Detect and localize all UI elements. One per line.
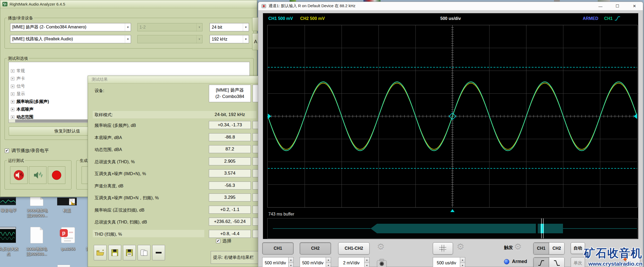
rmaa-titlebar[interactable]: RightMark Audio Analyzer 6.4.5	[0, 0, 257, 8]
spin-up-icon[interactable]: ▲	[460, 257, 465, 263]
desktop-icon-noise-level[interactable]	[0, 196, 16, 205]
result-row-label: 频率响应 (正弦波扫描), dB	[95, 208, 145, 213]
run-tests-label: 运行测试	[7, 158, 25, 163]
remove-result-button[interactable]	[152, 245, 165, 260]
partial-button[interactable]	[626, 256, 640, 267]
tree-item-noise-floor[interactable]: +本底噪声	[11, 107, 33, 112]
spin-down-icon[interactable]: ▼	[289, 263, 293, 267]
save-as-button[interactable]	[123, 245, 136, 260]
chevron-down-icon[interactable]: ▼	[243, 23, 249, 31]
chevron-down-icon[interactable]: ▼	[125, 35, 131, 43]
ch2-button-label: CH2	[311, 246, 320, 251]
trigger-source-readout: CH1	[604, 16, 613, 21]
results-dialog-titlebar[interactable]: 测试结果	[88, 76, 259, 83]
expand-plus-icon[interactable]: +	[11, 69, 14, 73]
checkbox-checked-icon[interactable]: ✔	[5, 149, 9, 153]
armed-status: ARMED	[583, 16, 598, 21]
diff-scale-spinner[interactable]: 2 mV/div ▲▼	[338, 257, 370, 267]
ch1-enable-button[interactable]: CH1	[262, 242, 294, 255]
grid-toggle-button[interactable]	[433, 242, 453, 255]
run-all-tests-button[interactable]	[10, 166, 28, 184]
falling-edge-button[interactable]	[549, 257, 564, 267]
trigger-section-label: 触发	[504, 244, 513, 251]
chevron-down-icon: ▼	[196, 35, 202, 43]
play-signal-button[interactable]	[29, 166, 46, 184]
record-device-value: [MME] 线路输入 (Realtek Audio)	[12, 36, 73, 42]
playback-device-combo[interactable]: [MME] 扬声器 (2- Combo384 Amanero) ▼	[10, 23, 131, 31]
device-value-line1: [MME] 扬声器	[216, 87, 244, 93]
tree-item-freq-response[interactable]: +频率响应(多频声)	[11, 99, 49, 105]
tree-item-label: 本底噪声	[16, 107, 33, 112]
adjust-level-checkbox[interactable]: ✔ 调节播放/录音电平	[5, 148, 49, 154]
icon-label: tpa3255	[57, 246, 79, 251]
ch2-enable-button[interactable]: CH2	[300, 242, 331, 255]
expand-plus-icon[interactable]: +	[11, 108, 14, 111]
tree-item-display[interactable]: +显示	[11, 91, 25, 97]
single-trigger-button[interactable]: 单次	[571, 257, 585, 267]
expand-plus-icon[interactable]: +	[11, 85, 14, 88]
icon-label: 300b增加电流202503...	[23, 246, 50, 256]
trigger-source-ch2-button[interactable]: CH2	[549, 243, 564, 254]
tree-item-signal[interactable]: +信号	[11, 84, 25, 89]
spin-down-icon[interactable]: ▼	[326, 263, 331, 267]
spin-up-icon[interactable]: ▲	[365, 257, 369, 263]
display-settings-gear-icon[interactable]: ⚙	[457, 242, 464, 252]
record-button[interactable]	[48, 166, 65, 184]
expand-plus-icon[interactable]: +	[11, 115, 14, 119]
channel-settings-gear-icon[interactable]: ⚙	[377, 242, 385, 252]
desktop-icon-doc1[interactable]	[30, 196, 43, 206]
minimize-button[interactable]: —	[592, 2, 609, 10]
ch1-scale-value: 500 mV/div	[262, 257, 288, 267]
expand-plus-icon[interactable]: +	[11, 77, 14, 80]
record-device-combo[interactable]: [MME] 线路输入 (Realtek Audio) ▼	[10, 35, 131, 43]
desktop-icon-feedback[interactable]	[0, 227, 16, 243]
trigger-settings-gear-icon[interactable]: ⚙	[514, 242, 522, 252]
page-fold	[40, 227, 43, 230]
ch2-scale-spinner[interactable]: 500 mV/div ▲▼	[300, 257, 331, 267]
chevron-down-icon[interactable]: ▼	[125, 23, 131, 31]
side-button-a-label: A	[254, 39, 257, 45]
result-row-value: 87.2	[209, 145, 251, 153]
tree-item-general[interactable]: +常规	[11, 68, 25, 74]
desktop-icon-doc3-partial[interactable]	[57, 265, 70, 267]
spin-up-icon[interactable]: ▲	[326, 257, 331, 263]
tests-group-label: 测试和选项	[7, 56, 29, 61]
tree-item-soundcard[interactable]: +声卡	[11, 76, 25, 81]
copy-results-button[interactable]	[138, 245, 150, 260]
scope-titlebar[interactable]: 通道1: 默认输入 R on Default Device 在 88.2 kHz	[258, 2, 643, 10]
result-row-value: +0.2, -1.1	[209, 206, 251, 214]
ch1-scale-spinner[interactable]: 500 mV/div ▲▼	[262, 257, 294, 267]
timebase-spinner[interactable]: 500 us/div ▲▼	[433, 257, 465, 267]
ch1-minus-ch2-button[interactable]: CH1-CH2	[338, 242, 370, 255]
sample-rate-combo[interactable]: 192 kHz ▼	[210, 35, 249, 43]
expand-plus-icon[interactable]: +	[11, 92, 14, 96]
buffer-overview-bar[interactable]	[267, 218, 638, 239]
spin-down-icon[interactable]: ▼	[365, 263, 369, 267]
desktop-icon-dwg[interactable]: DWG	[57, 197, 77, 205]
maximize-button[interactable]: ☐	[609, 2, 626, 10]
save-results-button[interactable]	[108, 245, 121, 260]
rising-edge-button[interactable]	[533, 257, 549, 267]
trigger-position-marker[interactable]	[450, 209, 455, 212]
close-button[interactable]: ✕	[626, 2, 643, 10]
trigger-source-ch1-button[interactable]: CH1	[533, 243, 549, 254]
playback-channels-combo: 1-2 ▼	[137, 23, 202, 31]
device-row-label: 设备:	[95, 88, 104, 94]
wps-pdf-badge: p	[60, 229, 68, 237]
auto-trigger-button[interactable]: 自动	[571, 242, 585, 254]
desktop-icon-doc2[interactable]	[30, 227, 43, 243]
device-value-line2: (2- Combo384	[215, 93, 244, 100]
spin-up-icon[interactable]: ▲	[289, 257, 293, 263]
checkbox-checked-icon[interactable]: ✔	[216, 239, 220, 243]
result-row-value: -56.3	[209, 182, 251, 190]
screenshot-thumbnail	[0, 197, 16, 205]
desktop-icon-wps-pdf[interactable]: p	[61, 227, 75, 243]
expand-plus-icon[interactable]: +	[11, 100, 14, 104]
restore-defaults-label: 恢复到默认值	[54, 128, 80, 134]
spin-down-icon[interactable]: ▼	[460, 263, 465, 267]
chevron-down-icon[interactable]: ▼	[243, 35, 249, 43]
camera-snapshot-icon[interactable]	[376, 258, 388, 267]
bit-depth-combo[interactable]: 24 bit ▼	[210, 23, 249, 31]
open-results-button[interactable]	[94, 245, 107, 260]
select-checkbox[interactable]: ✔ 选择	[216, 238, 231, 244]
